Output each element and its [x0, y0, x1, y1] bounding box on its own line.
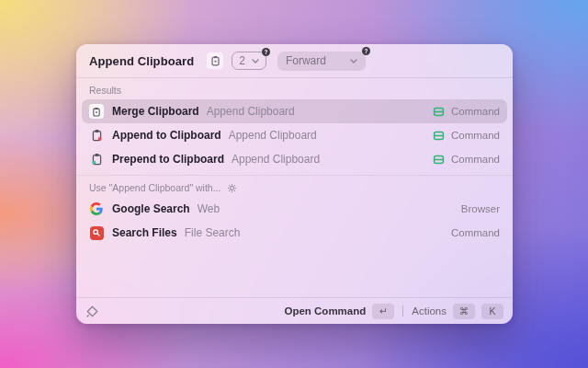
list-item-subtitle: Append Clipboard: [207, 105, 295, 118]
list-item-subtitle: File Search: [185, 226, 241, 239]
action-bar-right: Open Command ↵ Actions ⌘ K: [284, 304, 503, 319]
list-item-google-search[interactable]: Google Search Web Browser: [82, 197, 507, 221]
list-item-accessory-text: Command: [451, 154, 500, 165]
list-item-title: Search Files: [112, 226, 177, 239]
file-search-icon: [89, 225, 104, 240]
list-item-title: Prepend to Clipboard: [112, 153, 224, 166]
list-item-accessory-text: Command: [451, 106, 500, 117]
use-with-list: Google Search Web Browser Search Files F…: [76, 197, 513, 245]
results-list: Merge Clipboard Append Clipboard Command…: [76, 99, 513, 171]
command-type-icon: [433, 154, 445, 166]
divider: [402, 305, 403, 316]
list-item-merge-clipboard[interactable]: Merge Clipboard Append Clipboard Command: [82, 99, 507, 123]
list-item-title: Google Search: [112, 202, 190, 215]
magnifier-icon: [92, 228, 101, 237]
list-item-prepend-to-clipboard[interactable]: Prepend to Clipboard Append Clipboard Co…: [82, 147, 507, 171]
google-logo-icon: [89, 201, 104, 216]
list-item-subtitle: Web: [198, 202, 220, 215]
chevron-down-icon: [252, 59, 259, 63]
list-item-title: Append to Clipboard: [112, 129, 221, 142]
list-item-search-files[interactable]: Search Files File Search Command: [82, 221, 507, 245]
launcher-window: Append Clipboard 2 ? Forward ?: [76, 44, 513, 324]
command-type-icon: [433, 130, 445, 142]
help-badge: ?: [362, 47, 370, 55]
list-item-accessory-text: Command: [451, 227, 500, 238]
gear-icon[interactable]: [227, 183, 237, 193]
clipboard-prepend-icon: [89, 152, 104, 167]
open-command-button[interactable]: Open Command: [284, 305, 366, 316]
chevron-down-icon: [350, 59, 357, 63]
command-type-icon: [433, 106, 445, 118]
actions-button[interactable]: Actions: [412, 305, 447, 316]
list-item-subtitle: Append Clipboard: [229, 129, 317, 142]
use-with-section-label-text: Use "Append Clipboard" with...: [89, 182, 220, 193]
command-icon-box: [207, 52, 223, 69]
direction-dropdown[interactable]: Forward ?: [277, 52, 366, 71]
command-header: Append Clipboard 2 ? Forward ?: [76, 44, 513, 78]
list-item-append-to-clipboard[interactable]: Append to Clipboard Append Clipboard Com…: [82, 123, 507, 147]
list-item-accessory-text: Browser: [461, 203, 500, 214]
command-keycap: ⌘: [453, 304, 475, 319]
count-dropdown-value: 2: [239, 54, 245, 67]
clipboard-icon: [210, 55, 220, 66]
list-item-accessories: Command: [433, 106, 500, 118]
help-badge: ?: [262, 48, 270, 56]
k-keycap: K: [481, 304, 503, 319]
clipboard-append-icon: [89, 128, 104, 143]
clipboard-box-icon: [89, 104, 104, 119]
results-area: Results Merge Clipboard Append Clipboard…: [76, 78, 513, 324]
list-item-accessories: Command: [433, 154, 500, 166]
return-keycap: ↵: [372, 304, 394, 319]
list-item-accessories: Browser: [461, 203, 500, 214]
raycast-logo-icon: [85, 305, 99, 318]
results-section-label: Results: [76, 78, 513, 99]
list-item-title: Merge Clipboard: [112, 105, 199, 118]
list-item-accessories: Command: [433, 130, 500, 142]
command-title: Append Clipboard: [89, 54, 194, 68]
count-dropdown[interactable]: 2 ?: [232, 52, 266, 70]
list-item-subtitle: Append Clipboard: [232, 153, 320, 166]
list-item-accessories: Command: [451, 227, 500, 238]
list-item-accessory-text: Command: [451, 130, 500, 141]
action-bar: Open Command ↵ Actions ⌘ K: [76, 297, 513, 324]
desktop-background: Append Clipboard 2 ? Forward ?: [0, 0, 588, 368]
direction-dropdown-value: Forward: [286, 54, 326, 67]
use-with-section-label: Use "Append Clipboard" with...: [76, 176, 513, 197]
results-section-label-text: Results: [89, 85, 121, 96]
